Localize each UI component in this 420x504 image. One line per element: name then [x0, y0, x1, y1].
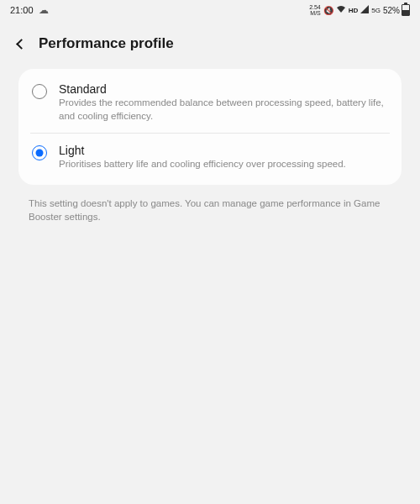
page-title: Performance profile — [39, 35, 174, 52]
option-desc: Provides the recommended balance between… — [59, 97, 388, 123]
option-standard[interactable]: Standard Provides the recommended balanc… — [30, 72, 390, 133]
wifi-icon — [336, 5, 346, 15]
net-speed-indicator: 2.54M/S — [309, 4, 321, 16]
network-type: 5G — [371, 7, 381, 14]
footer-note: This setting doesn't apply to games. You… — [0, 185, 420, 223]
option-body: Light Prioritises battery life and cooli… — [59, 144, 388, 171]
status-right: 2.54M/S 🔇 HD 5G 52% — [309, 4, 410, 16]
back-button[interactable] — [12, 35, 29, 52]
options-card: Standard Provides the recommended balanc… — [18, 69, 402, 185]
option-body: Standard Provides the recommended balanc… — [59, 82, 388, 123]
battery-icon — [402, 4, 410, 16]
hd-indicator: HD — [349, 7, 359, 14]
option-desc: Prioritises battery life and cooling eff… — [59, 158, 388, 171]
radio-standard[interactable] — [32, 84, 47, 99]
option-title: Light — [59, 144, 388, 157]
status-bar: 21:00 ☁ 2.54M/S 🔇 HD 5G 52% — [0, 0, 420, 20]
radio-light[interactable] — [32, 145, 47, 160]
battery-indicator: 52% — [383, 4, 410, 16]
option-light[interactable]: Light Prioritises battery life and cooli… — [30, 133, 390, 181]
option-title: Standard — [59, 82, 388, 96]
status-left: 21:00 ☁ — [10, 4, 49, 16]
chevron-left-icon — [16, 39, 27, 50]
mute-icon: 🔇 — [323, 6, 333, 15]
app-header: Performance profile — [0, 20, 420, 64]
status-time: 21:00 — [10, 5, 34, 15]
signal-icon — [360, 5, 369, 15]
cloud-icon: ☁ — [39, 4, 49, 16]
